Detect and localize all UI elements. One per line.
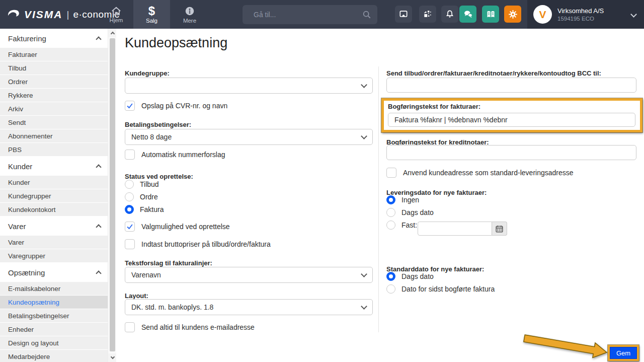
chevron-up-icon bbox=[96, 164, 101, 170]
scrollbar-down-button[interactable] bbox=[108, 353, 117, 362]
scrollbar-thumb[interactable] bbox=[110, 38, 115, 351]
checkbox-unchecked[interactable] bbox=[125, 239, 135, 249]
sidebar-item-enheder[interactable]: Enheder bbox=[0, 323, 108, 336]
annotation-highlight-box: Bogføringstekst for fakturaer: Faktura %… bbox=[381, 98, 642, 132]
sidebar-section-varer[interactable]: Varer bbox=[0, 216, 108, 236]
tab-hjem[interactable]: Hjem bbox=[101, 0, 132, 29]
tab-mere[interactable]: Mere bbox=[173, 0, 206, 29]
calendar-button[interactable] bbox=[492, 222, 507, 236]
checkbox-label: Automatisk nummerforslag bbox=[141, 151, 225, 159]
sidebar-item-varegrupper[interactable]: Varegrupper bbox=[0, 249, 108, 263]
chevron-up-icon bbox=[96, 270, 101, 276]
autonummer-checkbox-row[interactable]: Automatisk nummerforslag bbox=[125, 150, 225, 160]
bruttopriser-checkbox-row[interactable]: Indtast bruttopriser på tilbud/ordre/fak… bbox=[125, 239, 271, 249]
tab-salg[interactable]: $ Salg bbox=[133, 0, 170, 29]
checkbox-unchecked[interactable] bbox=[125, 322, 135, 332]
checkbox-checked[interactable] bbox=[125, 101, 135, 111]
radio-unselected[interactable] bbox=[386, 221, 395, 230]
radio-unselected[interactable] bbox=[125, 192, 134, 201]
betalingsbetingelser-select[interactable]: Netto 8 dage bbox=[125, 129, 373, 145]
sidebar-section-opsaetning[interactable]: Opsætning bbox=[0, 263, 108, 282]
settings-button[interactable] bbox=[504, 6, 521, 23]
fast-date-group bbox=[418, 222, 507, 236]
leveringsdato-radio-fast[interactable]: Fast: bbox=[386, 221, 417, 230]
kundegruppe-select[interactable] bbox=[125, 78, 373, 94]
kundegruppe-label: Kundegruppe: bbox=[125, 69, 170, 77]
tekstforslag-select[interactable]: Varenavn bbox=[125, 267, 373, 283]
sidebar-item-kundegrupper[interactable]: Kundegrupper bbox=[0, 189, 108, 203]
sidebar-item-kundekontokort[interactable]: Kundekontokort bbox=[0, 203, 108, 216]
radio-label: Ingen bbox=[401, 196, 419, 204]
status-radio-ordre[interactable]: Ordre bbox=[125, 192, 158, 201]
save-button[interactable]: Gem bbox=[610, 347, 637, 359]
radio-unselected[interactable] bbox=[386, 208, 395, 217]
sidebar-item-fakturaer[interactable]: Fakturaer bbox=[0, 48, 108, 61]
valgmulighed-checkbox-row[interactable]: Valgmulighed ved oprettelse bbox=[125, 222, 230, 232]
sidebar-item-betalingsbetingelser[interactable]: Betalingsbetingelser bbox=[0, 309, 108, 323]
settings-right-column: Send tilbud/ordrer/fakturaer/kreditnotae… bbox=[386, 65, 636, 347]
chevron-down-icon bbox=[361, 303, 367, 310]
scrollbar-up-button[interactable] bbox=[108, 29, 117, 37]
chat-button[interactable] bbox=[459, 6, 476, 23]
sendaltid-checkbox-row[interactable]: Send altid til kundens e-mailadresse bbox=[125, 322, 255, 332]
sidebar-section-fakturering[interactable]: Fakturering bbox=[0, 29, 108, 48]
company-id: 1594195 ECO bbox=[557, 16, 604, 22]
search-icon[interactable] bbox=[362, 10, 371, 19]
bogforing-faktura-input[interactable]: Faktura %faknr | %debnavn %debnr bbox=[388, 113, 635, 127]
app-window: VISMA | e·conomic Hjem $ Salg Mere bbox=[0, 0, 644, 362]
bcc-input[interactable] bbox=[386, 78, 636, 93]
page-title: Kundeopsætning bbox=[125, 35, 227, 51]
sidebar-item-sendt[interactable]: Sendt bbox=[0, 116, 108, 129]
sidebar-section-kunder[interactable]: Kunder bbox=[0, 157, 108, 176]
input-value: Faktura %faknr | %debnavn %debnr bbox=[394, 116, 508, 124]
tab-label: Salg bbox=[146, 18, 157, 24]
section-title: Opsætning bbox=[8, 268, 45, 277]
chevron-down-icon bbox=[361, 133, 367, 139]
betalingsbetingelser-label: Betalingsbetingelser: bbox=[125, 121, 191, 128]
inbox-button[interactable] bbox=[395, 6, 412, 23]
notifications-button[interactable] bbox=[441, 6, 458, 23]
sidebar-item-pbs[interactable]: PBS bbox=[0, 143, 108, 157]
sidebar-item-varer[interactable]: Varer bbox=[0, 236, 108, 249]
apps-grid-button[interactable] bbox=[419, 6, 436, 23]
leveringsdato-radio-ingen[interactable]: Ingen bbox=[386, 195, 419, 204]
status-radio-tilbud[interactable]: Tilbud bbox=[125, 180, 159, 189]
search-input[interactable] bbox=[243, 11, 362, 19]
main-content: Kundeopsætning Kundegruppe: Opslag på CV… bbox=[116, 29, 644, 362]
checkbox-unchecked[interactable] bbox=[386, 168, 396, 178]
radio-selected[interactable] bbox=[125, 205, 134, 214]
sidebar-item-abonnementer[interactable]: Abonnementer bbox=[0, 129, 108, 143]
layout-select[interactable]: DK. std. m. bankoplys. 1.8 bbox=[125, 299, 373, 315]
status-radio-faktura[interactable]: Faktura bbox=[125, 205, 164, 214]
account-menu[interactable]: V Virksomhed A/S 1594195 ECO bbox=[527, 0, 644, 29]
help-book-button[interactable] bbox=[482, 6, 499, 23]
kundeadresse-checkbox-row[interactable]: Anvend kundeadresse som standard-leverin… bbox=[386, 168, 574, 178]
sidebar-item-design-og-layout[interactable]: Design og layout bbox=[0, 336, 108, 350]
company-avatar: V bbox=[533, 5, 552, 24]
section-title: Fakturering bbox=[8, 34, 46, 43]
radio-unselected[interactable] bbox=[386, 284, 395, 294]
sidebar-item-emailskabeloner[interactable]: E-mailskabeloner bbox=[0, 282, 108, 296]
leveringsdato-radio-dagsdato[interactable]: Dags dato bbox=[386, 208, 434, 217]
fast-date-input[interactable] bbox=[418, 222, 492, 236]
standarddato-radio-sidstbogfort[interactable]: Dato for sidst bogførte faktura bbox=[386, 284, 495, 294]
sidebar-item-arkiv[interactable]: Arkiv bbox=[0, 102, 108, 116]
sidebar-nav: Fakturering Fakturaer Tilbud Ordrer Rykk… bbox=[0, 29, 108, 362]
standarddato-radio-dagsdato[interactable]: Dags dato bbox=[386, 272, 434, 281]
chat-icon bbox=[463, 9, 473, 20]
sidebar-item-medarbejdere[interactable]: Medarbejdere bbox=[0, 350, 108, 362]
sidebar-item-ordrer[interactable]: Ordrer bbox=[0, 75, 108, 89]
sidebar-item-tilbud[interactable]: Tilbud bbox=[0, 61, 108, 75]
radio-selected[interactable] bbox=[386, 195, 395, 204]
sidebar-item-kunder[interactable]: Kunder bbox=[0, 176, 108, 189]
checkbox-unchecked[interactable] bbox=[125, 150, 135, 160]
checkbox-checked[interactable] bbox=[125, 222, 135, 232]
cvr-checkbox-row[interactable]: Opslag på CVR-nr. og navn bbox=[125, 101, 227, 111]
radio-unselected[interactable] bbox=[125, 180, 134, 189]
bogforing-kredit-input[interactable] bbox=[386, 145, 636, 160]
sidebar-item-rykkere[interactable]: Rykkere bbox=[0, 89, 108, 102]
sidebar-scrollbar[interactable] bbox=[108, 29, 116, 362]
sidebar-item-kundeopsaetning[interactable]: Kundeopsætning bbox=[0, 296, 108, 309]
chevron-up-icon bbox=[110, 32, 114, 36]
radio-selected[interactable] bbox=[386, 272, 395, 281]
